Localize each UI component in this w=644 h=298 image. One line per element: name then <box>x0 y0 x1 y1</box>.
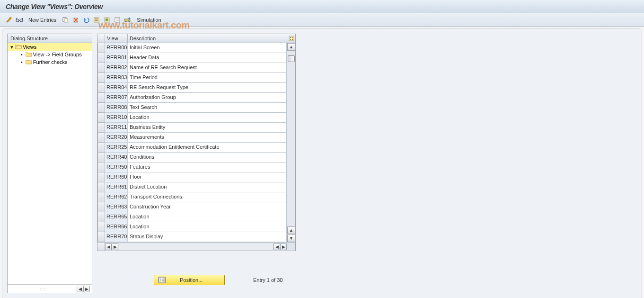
scroll-right-icon[interactable]: ▶ <box>112 244 118 250</box>
scroll-thumb[interactable] <box>288 55 295 62</box>
glasses-icon[interactable] <box>15 16 24 24</box>
scroll-left-icon[interactable]: ◀ <box>105 244 112 250</box>
hscroll-track[interactable] <box>119 244 273 250</box>
table-settings-icon[interactable] <box>287 34 295 43</box>
row-selector[interactable] <box>97 153 105 163</box>
row-selector[interactable] <box>97 222 105 232</box>
cell-description[interactable]: Authorization Group <box>128 93 287 103</box>
cell-description[interactable]: Transport Connections <box>128 192 287 202</box>
table-row[interactable]: RERR50Features <box>97 163 295 172</box>
cell-description[interactable]: Status Display <box>128 232 287 242</box>
simulation-button[interactable]: Simulation <box>137 17 161 23</box>
scroll-right-end-icon[interactable]: ▶ <box>280 244 287 250</box>
table-row[interactable]: RERR03Time Period <box>97 73 295 83</box>
table-row[interactable]: RERR20Measurements <box>97 133 295 143</box>
resize-handle[interactable]: :::: <box>9 287 77 291</box>
copy-icon[interactable] <box>61 16 70 24</box>
row-selector[interactable] <box>97 212 105 222</box>
row-selector[interactable] <box>97 182 105 192</box>
cell-description[interactable]: Features <box>128 163 287 172</box>
row-selector[interactable] <box>97 133 105 143</box>
position-button[interactable]: Position... <box>154 275 225 285</box>
table-row[interactable]: RERR66Location <box>97 222 295 232</box>
table-row[interactable]: RERR63Construction Year <box>97 202 295 212</box>
cell-description[interactable]: Time Period <box>128 73 287 83</box>
scroll-left-icon[interactable]: ◀ <box>77 286 83 292</box>
cell-description[interactable]: Location <box>128 113 287 123</box>
tree-label: View -> Field Groups <box>33 52 82 57</box>
undo-icon[interactable] <box>82 16 90 24</box>
cell-description[interactable]: Construction Year <box>128 202 287 212</box>
row-selector[interactable] <box>97 192 105 202</box>
table-row[interactable]: RERR00Initial Screen <box>97 43 295 53</box>
cell-description[interactable]: RE Search Request Type <box>128 83 287 93</box>
cell-view: RERR25 <box>105 143 128 153</box>
cell-description[interactable]: Header Data <box>128 53 287 63</box>
tree-node-further-checks[interactable]: • Further checks <box>8 58 92 66</box>
cell-description[interactable]: Location <box>128 212 287 222</box>
scroll-up-icon[interactable]: ▲ <box>287 43 295 51</box>
table-row[interactable]: RERR08Text Search <box>97 103 295 113</box>
row-selector[interactable] <box>97 83 105 93</box>
select-block-icon[interactable] <box>103 16 111 24</box>
table-row[interactable]: RERR70Status Display <box>97 232 295 242</box>
tree-node-field-groups[interactable]: • View -> Field Groups <box>8 51 92 58</box>
row-selector[interactable] <box>97 103 105 113</box>
row-selector[interactable] <box>97 113 105 123</box>
col-header-description[interactable]: Description <box>128 34 287 43</box>
table-row[interactable]: RERR07Authorization Group <box>97 93 295 103</box>
page-up-icon[interactable]: ▲ <box>287 226 295 234</box>
cell-description[interactable]: Initial Screen <box>128 43 287 53</box>
cell-description[interactable]: Location <box>128 222 287 232</box>
table-row[interactable]: RERR11Business Entity <box>97 123 295 133</box>
row-selector[interactable] <box>97 43 105 53</box>
table-row[interactable]: RERR65Location <box>97 212 295 222</box>
row-selector[interactable] <box>97 123 105 133</box>
tree-node-views[interactable]: ▼ Views <box>8 43 92 51</box>
row-selector[interactable] <box>97 163 105 172</box>
tree-label: Further checks <box>33 59 68 65</box>
table-row[interactable]: RERR10Location <box>97 113 295 123</box>
expand-icon[interactable]: ▼ <box>9 45 14 50</box>
row-selector[interactable] <box>97 63 105 73</box>
cell-description[interactable]: Floor <box>128 172 287 182</box>
row-selector[interactable] <box>97 172 105 182</box>
table-row[interactable]: RERR60Floor <box>97 172 295 182</box>
row-selector[interactable] <box>97 143 105 153</box>
row-selector[interactable] <box>97 202 105 212</box>
toggle-edit-icon[interactable] <box>5 16 13 24</box>
cell-description[interactable]: Name of RE Search Request <box>128 63 287 73</box>
scroll-track[interactable] <box>287 51 295 226</box>
cell-description[interactable]: Business Entity <box>128 123 287 133</box>
table-row[interactable]: RERR25Accommodation Entitlement Certific… <box>97 143 295 153</box>
row-selector[interactable] <box>97 232 105 242</box>
col-selector[interactable] <box>97 34 105 43</box>
deselect-all-icon[interactable] <box>113 16 122 24</box>
cell-description[interactable]: Measurements <box>128 133 287 143</box>
vertical-scrollbar[interactable]: ▲ ▲ ▼ <box>287 43 295 242</box>
col-header-view[interactable]: View <box>105 34 128 43</box>
cell-description[interactable]: Conditions <box>128 153 287 163</box>
table-row[interactable]: RERR01Header Data <box>97 53 295 63</box>
table-row[interactable]: RERR02Name of RE Search Request <box>97 63 295 73</box>
cell-description[interactable]: District Location <box>128 182 287 192</box>
delete-icon[interactable] <box>71 16 80 24</box>
row-selector[interactable] <box>97 93 105 103</box>
transport-icon[interactable] <box>124 16 132 24</box>
select-all-icon[interactable] <box>92 16 101 24</box>
table-row[interactable]: RERR62Transport Connections <box>97 192 295 202</box>
cell-view: RERR40 <box>105 153 128 163</box>
table-row[interactable]: RERR61District Location <box>97 182 295 192</box>
row-selector[interactable] <box>97 73 105 83</box>
table-row[interactable]: RERR40Conditions <box>97 153 295 163</box>
scroll-left-end-icon[interactable]: ◀ <box>273 244 280 250</box>
table-row[interactable]: RERR04RE Search Request Type <box>97 83 295 93</box>
cell-description[interactable]: Accommodation Entitlement Certificate <box>128 143 287 153</box>
scroll-right-icon[interactable]: ▶ <box>83 286 90 292</box>
cell-view: RERR01 <box>105 53 128 63</box>
new-entries-button[interactable]: New Entries <box>28 17 56 23</box>
row-selector[interactable] <box>97 53 105 63</box>
scroll-down-icon[interactable]: ▼ <box>287 235 295 242</box>
cell-description[interactable]: Text Search <box>128 103 287 113</box>
cell-view: RERR03 <box>105 73 128 83</box>
